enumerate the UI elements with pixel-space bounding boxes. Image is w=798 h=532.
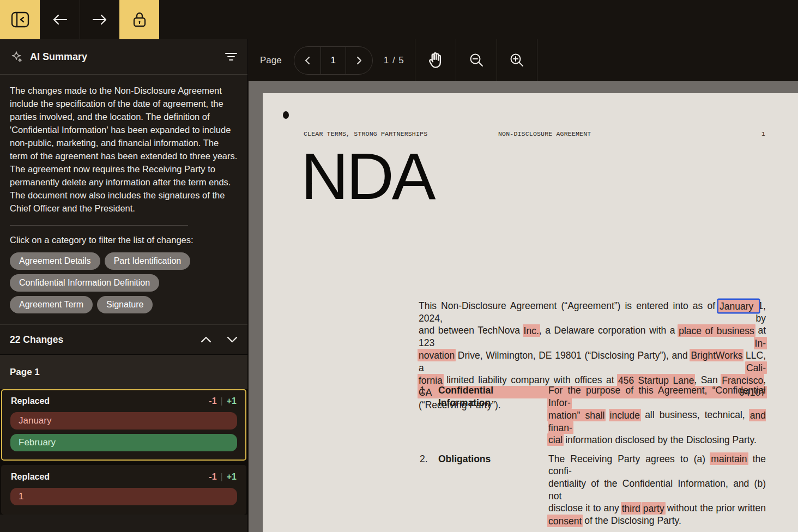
change-highlight[interactable]: Infor-	[547, 396, 572, 409]
change-card[interactable]: Replaced-1|+1JanuaryFebruary	[1, 389, 246, 461]
doc-line: mation” shall include all business, tech…	[548, 409, 766, 433]
change-highlight[interactable]: place of business	[678, 324, 755, 337]
view-tools	[415, 39, 537, 81]
hand-tool-button[interactable]	[415, 39, 456, 81]
chevron-left-icon	[305, 56, 310, 65]
removed-text-pill: 1	[10, 488, 237, 505]
filter-hint: Click on a category to filter the list o…	[0, 226, 247, 252]
changes-count: 22 Changes	[10, 334, 63, 346]
removed-count: -1	[209, 472, 216, 481]
lock-button[interactable]	[119, 0, 159, 39]
category-chips: Agreement DetailsPart IdentificationConf…	[0, 252, 247, 324]
doc-text: dentiality of the Confidential Informati…	[548, 478, 766, 501]
doc-text: of the Disclosing Party.	[582, 515, 681, 526]
document-toolbar: Page 1 1 / 5	[249, 39, 798, 81]
term-heading: Confidential Information	[438, 384, 548, 446]
nda-term-item: 1.Confidential InformationFor the purpos…	[420, 384, 798, 446]
change-highlight[interactable]: mation” shall	[547, 409, 606, 421]
nda-term-item: 2.ObligationsThe Receiving Party agrees …	[420, 453, 798, 527]
document-viewer[interactable]: CLEAR TERMS, STRONG PARTNERSHIPS NON-DIS…	[249, 81, 798, 532]
panel-title: AI Summary	[30, 51, 87, 63]
doc-text: The Receiving Party agrees to (a)	[548, 454, 711, 464]
forward-button[interactable]	[80, 0, 119, 39]
page-section-header: Page 1	[0, 355, 247, 389]
change-highlight[interactable]: BrightWorks	[690, 349, 743, 361]
back-button[interactable]	[40, 0, 80, 39]
chevron-right-icon	[356, 56, 362, 65]
category-chip-agreement-term[interactable]: Agreement Term	[10, 296, 93, 313]
bullet-dot	[283, 111, 289, 119]
selected-change-highlight[interactable]: January	[718, 300, 759, 312]
header-center: NON-DISCLOSURE AGREEMENT	[498, 130, 591, 137]
change-highlight[interactable]: Cali-	[745, 361, 767, 374]
category-chip-confidential-information-definition[interactable]: Confidential Information Definition	[10, 274, 159, 292]
document-title: NDA	[301, 143, 433, 209]
lock-icon	[132, 11, 147, 28]
doc-text: information disclosed by the Disclosing …	[563, 434, 757, 445]
zoom-in-button[interactable]	[497, 39, 537, 81]
doc-text: For the purpose of this Agreement, “Conf…	[548, 385, 766, 396]
change-highlight[interactable]: third	[621, 502, 642, 515]
change-type-label: Replaced	[11, 472, 50, 482]
doc-text: This Non-Disclosure Agreement (“Agreemen…	[419, 300, 720, 311]
previous-page-button[interactable]	[294, 47, 321, 74]
change-highlight[interactable]: cial	[547, 433, 564, 446]
change-highlight[interactable]: In-	[754, 337, 767, 349]
term-number: 2.	[420, 453, 438, 527]
category-chip-signature[interactable]: Signature	[97, 296, 153, 313]
page-label: Page	[260, 55, 282, 66]
doc-line: consent of the Disclosing Party.	[548, 515, 766, 527]
change-counts: -1|+1	[209, 396, 237, 406]
change-highlight[interactable]: novation	[418, 349, 456, 361]
sparkle-icon	[10, 50, 23, 63]
doc-line: and between TechNova Inc., a Delaware co…	[419, 324, 766, 349]
chevron-down-icon	[227, 336, 238, 343]
arrow-left-icon	[52, 14, 68, 26]
change-highlight[interactable]: party	[642, 502, 666, 515]
added-text-pill: February	[10, 434, 237, 451]
change-counts: -1|+1	[209, 472, 237, 482]
doc-text: disclose it to any	[548, 503, 622, 513]
doc-text: and between TechNova	[419, 325, 524, 336]
changes-header: 22 Changes	[0, 324, 247, 355]
change-type-label: Replaced	[11, 396, 50, 406]
filter-button[interactable]	[225, 52, 238, 61]
ai-summary-panel: AI Summary The changes made to the Non-D…	[0, 39, 248, 532]
next-page-button[interactable]	[346, 47, 372, 74]
change-highlight[interactable]: Inc.	[523, 324, 540, 337]
change-card[interactable]: Replaced-1|+11	[1, 465, 246, 515]
added-count: +1	[227, 472, 237, 481]
page-number-input[interactable]: 1	[321, 47, 346, 74]
changes-list: Replaced-1|+1JanuaryFebruaryReplaced-1|+…	[0, 389, 247, 515]
doc-line: cial information disclosed by the Disclo…	[548, 434, 766, 446]
doc-text: all business, technical,	[640, 409, 750, 420]
page-navigator: 1	[294, 46, 373, 75]
count-divider: |	[221, 396, 223, 406]
removed-text-pill: January	[10, 412, 237, 430]
next-change-button[interactable]	[227, 336, 238, 343]
zoom-out-button[interactable]	[456, 39, 497, 81]
change-highlight[interactable]: consent	[547, 515, 583, 527]
filter-icon	[225, 52, 238, 61]
sidebar-collapse-icon	[11, 11, 29, 28]
change-highlight[interactable]: maintain	[710, 452, 748, 465]
arrow-right-icon	[92, 14, 107, 26]
page-indicator: 1 / 5	[384, 55, 404, 66]
toggle-sidebar-button[interactable]	[0, 0, 40, 39]
doc-line: dentiality of the Confidential Informati…	[548, 477, 766, 502]
change-highlight[interactable]: include	[609, 409, 641, 421]
header-page-number: 1	[761, 130, 765, 137]
term-body: The Receiving Party agrees to (a) mainta…	[548, 453, 766, 527]
hand-icon	[427, 51, 444, 70]
count-divider: |	[221, 472, 223, 481]
doc-text: Drive, Wilmington, DE 19801 (“Disclosing…	[455, 350, 691, 361]
category-chip-agreement-details[interactable]: Agreement Details	[10, 252, 100, 270]
previous-change-button[interactable]	[201, 336, 211, 343]
doc-text: , a Delaware corporation with a	[539, 325, 679, 336]
doc-line: The Receiving Party agrees to (a) mainta…	[548, 453, 766, 477]
doc-line: This Non-Disclosure Agreement (“Agreemen…	[419, 300, 766, 324]
document-page: CLEAR TERMS, STRONG PARTNERSHIPS NON-DIS…	[263, 93, 798, 532]
nda-terms-list: 1.Confidential InformationFor the purpos…	[420, 384, 798, 532]
category-chip-part-identification[interactable]: Part Identification	[105, 252, 191, 270]
term-number: 1.	[420, 384, 438, 446]
